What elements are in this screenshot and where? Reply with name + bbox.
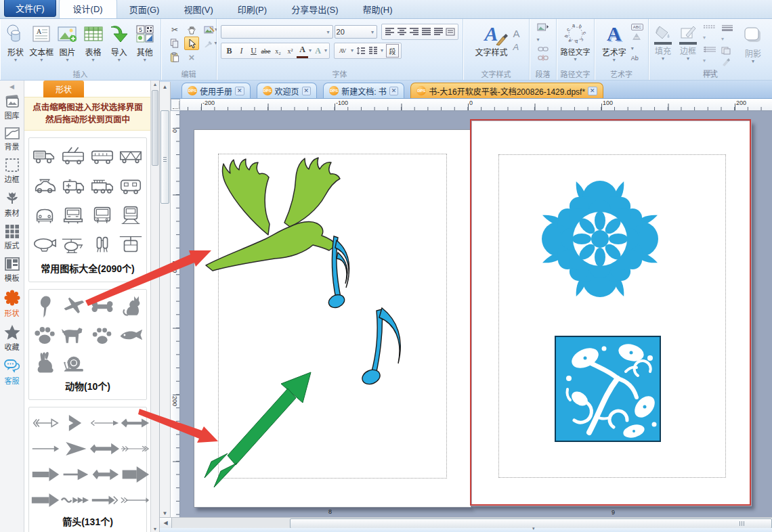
shape-thumb-spear-arrow[interactable]	[60, 462, 90, 487]
doc-tab-welcome[interactable]: DPS 欢迎页 ✕	[257, 83, 318, 98]
link-icon[interactable]	[538, 46, 549, 52]
shape-thumb-fire-truck[interactable]	[88, 171, 116, 200]
collapse-panel-icon[interactable]: ▾	[532, 526, 535, 531]
font-name-combo[interactable]: ▾	[221, 25, 333, 39]
shape-category-common-icons[interactable]: 常用图标大全(2090个)	[28, 137, 147, 282]
insert-other-button[interactable]: 5 其他 ▾	[133, 22, 157, 63]
italic-button[interactable]: I	[236, 45, 247, 57]
shape-thumb-car-front[interactable]	[30, 200, 59, 230]
shape-category-animals[interactable]: 动物(10个)	[28, 289, 147, 400]
menu-help[interactable]: 帮助(H)	[350, 0, 404, 18]
close-tab-icon[interactable]: ✕	[588, 87, 597, 95]
panel-scrollbar[interactable]: ▲ ▼	[150, 81, 159, 532]
menu-file[interactable]: 文件(F)	[4, 0, 56, 17]
menu-share-export[interactable]: 分享导出(S)	[279, 0, 350, 18]
text-direction-icon[interactable]	[446, 28, 455, 36]
shape-thumb-camper-van[interactable]	[116, 171, 145, 200]
shape-thumb-thin-arrow-fletched[interactable]	[90, 410, 120, 436]
subscript-button[interactable]: x₂	[272, 45, 284, 57]
style-a-icon[interactable]: A	[513, 28, 519, 39]
shape-thumb-car-roof-rack[interactable]	[30, 171, 59, 200]
columns-icon[interactable]	[368, 47, 378, 55]
shape-thumb-thin-arrow[interactable]	[30, 436, 60, 462]
text-style-button[interactable]: A 文字样式	[472, 22, 510, 58]
shape-thumb-wide-arrow[interactable]	[30, 487, 60, 513]
shape-thumb-long-thin-arrow[interactable]	[120, 487, 150, 513]
char-spacing-button[interactable]: AV	[337, 45, 348, 57]
scroll-down-icon[interactable]: ▼	[151, 527, 159, 531]
font-size-combo[interactable]: 20▾	[335, 25, 377, 39]
shape-thumb-bus[interactable]	[88, 141, 116, 171]
menu-print[interactable]: 印刷(P)	[226, 0, 279, 18]
sidebar-item-layout[interactable]: 版式	[4, 224, 20, 250]
shape-thumb-snail[interactable]	[59, 349, 87, 378]
shape-thumb-freight-car[interactable]	[116, 141, 145, 171]
shape-thumb-jetpack[interactable]	[88, 230, 116, 260]
close-tab-icon[interactable]: ✕	[302, 87, 312, 95]
cut-icon[interactable]: ✂	[168, 24, 181, 36]
image-edit-icon[interactable]: ▾	[204, 24, 217, 36]
shape-thumb-chevron-tail-arrow[interactable]	[90, 462, 120, 487]
eyedropper-icon[interactable]: ▾	[204, 37, 217, 49]
shape-thumb-paw-print-2[interactable]	[88, 321, 116, 349]
scroll-up-icon[interactable]: ▲	[151, 82, 159, 87]
align-distribute-icon[interactable]	[433, 28, 444, 36]
scroll-up-icon[interactable]: ▲	[160, 84, 170, 90]
doc-tab-new-book[interactable]: DPS 新建文档: 书 ✕	[323, 83, 404, 98]
align-justify-icon[interactable]	[421, 28, 431, 36]
horizontal-scroll-thumb[interactable]	[290, 518, 772, 529]
insert-picture-button[interactable]: 图片 ▾	[55, 22, 79, 63]
style-a2-icon[interactable]: A	[513, 42, 519, 52]
panel-tab-shapes[interactable]: 形状	[43, 81, 84, 97]
shape-thumb-flying-bird[interactable]	[59, 292, 87, 321]
paragraph-settings-button[interactable]: 段	[386, 44, 399, 58]
wordart-transform-icon[interactable]: ▾	[631, 32, 643, 53]
close-tab-icon[interactable]: ✕	[235, 87, 244, 95]
green-arrow-shape[interactable]	[205, 372, 311, 487]
select-pointer-icon[interactable]	[184, 37, 199, 50]
shape-thumb-double-chevron-arrow[interactable]	[90, 487, 120, 513]
arrow-start-icon[interactable]: ▾	[703, 46, 716, 65]
shape-thumb-tram-front[interactable]	[116, 200, 145, 230]
hand-tool-icon[interactable]	[185, 24, 198, 36]
shape-thumb-dart-arrow[interactable]	[60, 436, 90, 462]
doc-tab-current[interactable]: DPS 书-大16开软皮平装-文档200826-1429.dpsf* ✕	[410, 83, 603, 98]
sidebar-item-shapes[interactable]: 形状	[3, 289, 21, 318]
shape-thumb-truck-front[interactable]	[59, 200, 87, 230]
copy-icon[interactable]	[168, 37, 181, 49]
shape-thumb-bold-chevron[interactable]	[60, 410, 90, 436]
path-text-button[interactable]: cabcbabc 路径文字 ▾	[558, 22, 593, 62]
wordart-ab-icon[interactable]: Ab	[631, 55, 643, 62]
dove-shape[interactable]	[206, 158, 340, 271]
align-right-icon[interactable]	[409, 28, 419, 36]
horizontal-scrollbar[interactable]: ◀	[160, 517, 772, 528]
wordart-stamp-icon[interactable]: ABC	[631, 24, 643, 30]
sidebar-item-favorites[interactable]: 收藏	[3, 324, 21, 352]
shape-thumb-fish[interactable]	[116, 321, 145, 349]
close-tab-icon[interactable]: ✕	[389, 87, 399, 95]
delete-icon[interactable]: ×	[185, 51, 198, 63]
shape-thumb-bus-front[interactable]	[88, 200, 116, 230]
shape-thumb-dog[interactable]	[59, 321, 87, 349]
collapse-sidebar-icon[interactable]: ◀	[9, 83, 14, 90]
line-style-icon[interactable]: ▾	[703, 24, 716, 42]
insert-shape-button[interactable]: 形状 ▾	[3, 22, 28, 63]
scroll-down-icon[interactable]: ▼	[160, 510, 170, 516]
import-button[interactable]: 导入 ▾	[107, 22, 131, 63]
shape-category-arrows[interactable]: 箭头(131个)	[28, 407, 147, 532]
shape-thumb-block-arrow[interactable]	[120, 462, 150, 487]
vertical-scrollbar[interactable]: ▲ ▼	[160, 82, 171, 518]
wordart-button[interactable]: A 艺术字 ▾	[599, 22, 629, 63]
shape-thumb-ambulance[interactable]	[59, 171, 87, 200]
superscript-button[interactable]: x²	[284, 45, 296, 57]
highlight-color-button[interactable]: A	[312, 45, 324, 57]
document-viewport[interactable]: 8 9	[180, 111, 772, 517]
shape-thumb-fletched-arrow[interactable]	[30, 410, 60, 436]
shape-thumb-rabbit[interactable]	[30, 349, 59, 378]
panel-scroll-thumb[interactable]	[152, 90, 158, 166]
insert-textbox-button[interactable]: A 文本框 ▾	[29, 22, 53, 63]
align-left-icon[interactable]	[385, 28, 395, 36]
anchor-image-icon[interactable]: ▾	[537, 23, 549, 44]
vertical-scroll-thumb[interactable]	[160, 110, 169, 204]
sidebar-item-template[interactable]: 模板	[4, 257, 20, 283]
